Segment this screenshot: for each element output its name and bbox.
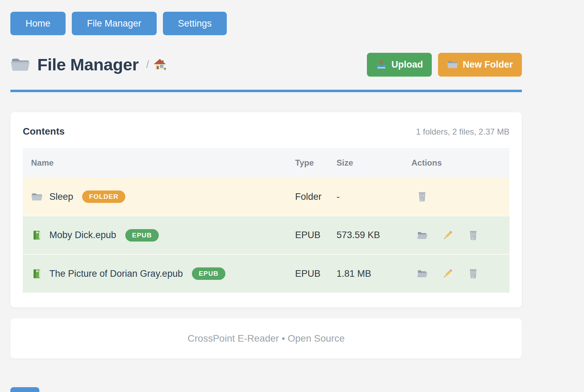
folder-icon xyxy=(10,55,30,74)
column-header-type: Type xyxy=(287,148,328,178)
action-move[interactable] xyxy=(416,229,428,241)
table-header-row: Name Type Size Actions xyxy=(23,148,509,178)
table-row: The Picture of Dorian Gray.epub EPUB EPU… xyxy=(23,254,509,293)
action-delete[interactable] xyxy=(416,191,428,203)
open-folder-icon xyxy=(416,268,428,280)
file-table: Name Type Size Actions Sleep FOLDER F xyxy=(23,148,509,293)
open-folder-icon xyxy=(416,229,428,241)
epub-badge: EPUB xyxy=(125,229,159,242)
column-header-actions: Actions xyxy=(403,148,509,178)
top-navigation: Home File Manager Settings xyxy=(10,0,522,35)
action-move[interactable] xyxy=(416,268,428,280)
contents-summary: 1 folders, 2 files, 2.37 MB xyxy=(416,127,509,137)
folder-badge: FOLDER xyxy=(82,190,125,203)
trash-icon xyxy=(467,268,479,280)
page-title: File Manager xyxy=(37,55,139,74)
folder-icon xyxy=(31,191,42,203)
new-folder-button-label: New Folder xyxy=(463,59,513,70)
contents-heading: Contents xyxy=(23,126,65,137)
item-size: 1.81 MB xyxy=(328,254,403,293)
outbox-tray-icon xyxy=(376,59,387,70)
breadcrumb-separator: / xyxy=(146,59,149,70)
contents-card: Contents 1 folders, 2 files, 2.37 MB Nam… xyxy=(10,112,522,307)
pencil-icon xyxy=(442,229,454,241)
column-header-name: Name xyxy=(23,148,287,178)
nav-button-settings[interactable]: Settings xyxy=(163,12,227,35)
page-header: File Manager / Upload New Folder xyxy=(10,51,522,78)
item-type: EPUB xyxy=(287,254,328,293)
footer: CrossPoint E-Reader • Open Source xyxy=(10,318,522,359)
pencil-icon xyxy=(442,268,454,280)
table-row: Sleep FOLDER Folder - xyxy=(23,178,509,216)
action-rename[interactable] xyxy=(442,229,454,241)
nav-button-file-manager[interactable]: File Manager xyxy=(72,12,157,35)
folder-icon xyxy=(447,59,458,70)
home-icon[interactable] xyxy=(153,58,166,71)
trash-icon xyxy=(416,191,428,203)
contents-card-header: Contents 1 folders, 2 files, 2.37 MB xyxy=(23,126,509,137)
item-size: 573.59 KB xyxy=(328,216,403,254)
upload-button-label: Upload xyxy=(391,59,423,70)
action-delete[interactable] xyxy=(467,268,479,280)
item-type: EPUB xyxy=(287,216,328,254)
partially-visible-button[interactable] xyxy=(10,387,39,392)
title-wrap: File Manager / xyxy=(10,55,166,74)
new-folder-button[interactable]: New Folder xyxy=(438,53,522,77)
breadcrumb: / xyxy=(146,58,166,71)
epub-badge: EPUB xyxy=(192,267,226,280)
action-rename[interactable] xyxy=(442,268,454,280)
upload-button[interactable]: Upload xyxy=(367,53,432,77)
column-header-size: Size xyxy=(328,148,403,178)
item-name-link[interactable]: Moby Dick.epub xyxy=(49,230,116,241)
item-size: - xyxy=(328,178,403,216)
table-row: Moby Dick.epub EPUB EPUB 573.59 KB xyxy=(23,216,509,254)
green-book-icon xyxy=(31,268,42,280)
trash-icon xyxy=(467,229,479,241)
item-name-link[interactable]: The Picture of Dorian Gray.epub xyxy=(49,268,183,279)
item-name-link[interactable]: Sleep xyxy=(49,192,73,202)
header-divider xyxy=(10,90,522,92)
header-buttons: Upload New Folder xyxy=(367,53,522,77)
nav-button-home[interactable]: Home xyxy=(10,12,66,35)
action-delete[interactable] xyxy=(467,229,479,241)
item-type: Folder xyxy=(287,178,328,216)
green-book-icon xyxy=(31,229,42,241)
footer-text: CrossPoint E-Reader • Open Source xyxy=(188,333,345,344)
page-container: Home File Manager Settings File Manager … xyxy=(10,0,522,359)
